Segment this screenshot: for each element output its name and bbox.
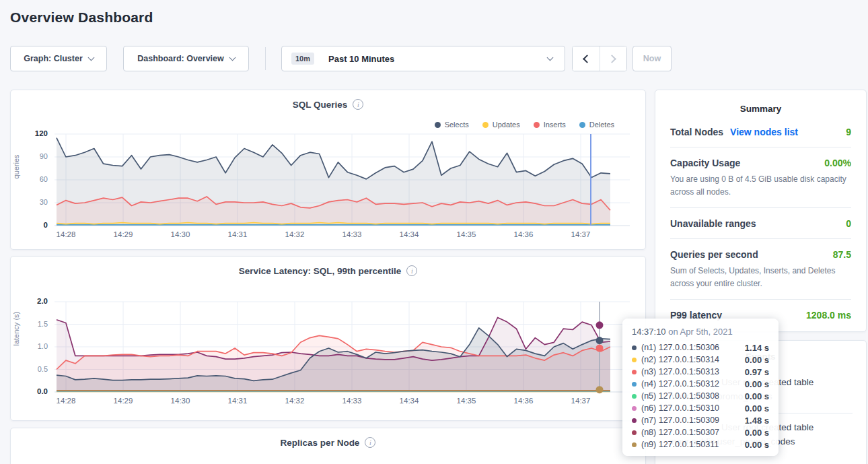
x-tick-label: 14:34 — [400, 397, 419, 405]
tooltip-node-value: 0.00 s — [745, 440, 769, 450]
series-color-dot — [632, 442, 637, 447]
tooltip-node-label: (n5) 127.0.0.1:50308 — [641, 391, 719, 401]
chevron-right-icon — [608, 55, 616, 63]
legend-color-dot — [482, 122, 489, 128]
time-step-back-button[interactable] — [573, 46, 600, 71]
summary-item-description: You are using 0 B of 4.5 GiB usable disk… — [670, 173, 851, 198]
x-tick-label: 14:29 — [114, 230, 133, 238]
tooltip-node-value: 0.97 s — [745, 367, 769, 377]
summary-item-value: 9 — [846, 127, 851, 137]
tooltip-node-value: 0.00 s — [745, 403, 769, 413]
summary-item-label: Total Nodes — [670, 127, 723, 137]
y-tick-label: 30 — [14, 198, 48, 206]
chart-plot-area[interactable] — [55, 302, 630, 392]
time-step-forward-button[interactable] — [600, 46, 627, 71]
legend-item-updates[interactable]: Updates — [482, 121, 520, 129]
info-icon[interactable]: i — [365, 437, 375, 448]
x-tick-label: 14:37 — [571, 397, 591, 405]
summary-item-description: Sum of Selects, Updates, Inserts, and De… — [670, 265, 851, 290]
legend-item-inserts[interactable]: Inserts — [534, 121, 566, 129]
x-tick-label: 14:35 — [457, 230, 476, 238]
chevron-down-icon — [547, 54, 554, 61]
page-title: Overview Dashboard — [10, 9, 153, 26]
replicas-per-node-chart-panel: Replicas per Nodei — [10, 428, 646, 464]
tooltip-node-label: (n4) 127.0.0.1:50312 — [641, 379, 719, 389]
chart-title: Replicas per Node — [281, 438, 360, 448]
series-color-dot — [632, 430, 637, 435]
tooltip-timestamp: 14:37:10 on Apr 5th, 2021 — [632, 327, 769, 337]
summary-panel: Summary Total NodesView nodes list9Capac… — [655, 90, 867, 332]
legend-item-deletes[interactable]: Deletes — [579, 121, 614, 129]
now-button[interactable]: Now — [632, 46, 672, 71]
x-tick-label: 14:35 — [457, 397, 476, 405]
tooltip-node-value: 1.48 s — [745, 416, 769, 426]
tooltip-row: (n3) 127.0.0.1:503130.97 s — [632, 366, 769, 378]
legend-item-selects[interactable]: Selects — [435, 121, 469, 129]
tooltip-row: (n5) 127.0.0.1:503080.00 s — [632, 390, 769, 402]
tooltip-row: (n7) 127.0.0.1:503091.48 s — [632, 414, 769, 426]
x-tick-label: 14:32 — [285, 397, 305, 405]
tooltip-node-value: 1.14 s — [745, 343, 769, 353]
chart-plot-area[interactable] — [55, 134, 630, 226]
summary-item-label: Unavailable ranges — [670, 218, 756, 229]
tooltip-row: (n2) 127.0.0.1:503140.00 s — [632, 354, 769, 366]
summary-title: Summary — [655, 90, 866, 117]
view-nodes-list-link[interactable]: View nodes list — [730, 127, 798, 137]
tooltip-node-value: 0.00 s — [745, 355, 769, 365]
time-step-buttons — [572, 46, 627, 71]
summary-item-label: Queries per second — [670, 249, 758, 260]
tooltip-node-label: (n8) 127.0.0.1:50307 — [641, 428, 719, 437]
chevron-left-icon — [583, 55, 591, 63]
summary-item-value: 1208.0 ms — [806, 310, 851, 321]
x-tick-label: 14:36 — [514, 230, 534, 238]
summary-item-value: 0 — [846, 218, 851, 229]
series-color-dot — [632, 358, 637, 362]
x-tick-label: 14:28 — [57, 397, 76, 405]
toolbar-divider — [265, 47, 266, 70]
tooltip-node-label: (n3) 127.0.0.1:50313 — [641, 367, 719, 376]
x-tick-label: 14:33 — [342, 230, 362, 238]
chart-title: SQL Queries — [293, 100, 348, 110]
tooltip-node-label: (n9) 127.0.0.1:50311 — [641, 440, 719, 449]
series-color-dot — [632, 382, 637, 387]
chevron-down-icon — [87, 54, 94, 61]
x-tick-label: 14:32 — [285, 230, 305, 238]
legend-color-dot — [534, 122, 540, 128]
tooltip-row: (n8) 127.0.0.1:503070.00 s — [632, 426, 769, 438]
y-tick-label: 1.5 — [14, 320, 48, 328]
service-latency-chart-panel: Service Latency: SQL, 99th percentileila… — [10, 256, 646, 421]
summary-item: Queries per second87.5Sum of Selects, Up… — [670, 238, 851, 299]
chart-title: Service Latency: SQL, 99th percentile — [239, 266, 402, 276]
time-range-badge: 10m — [291, 53, 314, 65]
graph-dropdown[interactable]: Graph: Cluster — [10, 46, 107, 71]
info-icon[interactable]: i — [406, 265, 417, 276]
x-tick-label: 14:31 — [228, 397, 248, 405]
y-tick-label: 2.0 — [14, 297, 48, 305]
series-color-dot — [632, 345, 637, 350]
series-color-dot — [632, 394, 637, 399]
series-color-dot — [632, 370, 637, 374]
dashboard-dropdown[interactable]: Dashboard: Overview — [123, 46, 249, 71]
y-tick-label: 60 — [14, 175, 48, 183]
legend-color-dot — [579, 122, 585, 128]
y-tick-label: 0.0 — [14, 387, 48, 395]
tooltip-node-label: (n1) 127.0.0.1:50306 — [641, 343, 719, 352]
legend-color-dot — [435, 122, 441, 128]
y-tick-label: 1.0 — [14, 342, 48, 350]
time-range-selector[interactable]: 10m Past 10 Minutes — [281, 46, 565, 71]
x-tick-label: 14:33 — [342, 397, 362, 405]
chart-hover-tooltip: 14:37:10 on Apr 5th, 2021 (n1) 127.0.0.1… — [622, 319, 779, 456]
summary-item: Capacity Usage0.00%You are using 0 B of … — [670, 147, 851, 207]
x-tick-label: 14:29 — [114, 397, 133, 405]
time-range-label: Past 10 Minutes — [328, 54, 394, 64]
x-tick-label: 14:30 — [171, 230, 190, 238]
tooltip-node-value: 0.00 s — [745, 379, 769, 389]
info-icon[interactable]: i — [353, 99, 363, 110]
y-tick-label: 0.5 — [14, 365, 48, 373]
legend-label: Deletes — [589, 121, 614, 129]
chevron-down-icon — [229, 54, 236, 61]
y-tick-label: 90 — [14, 152, 48, 160]
x-tick-label: 14:30 — [171, 397, 190, 405]
summary-item-label: Capacity Usage — [670, 158, 740, 168]
series-color-dot — [632, 418, 637, 423]
